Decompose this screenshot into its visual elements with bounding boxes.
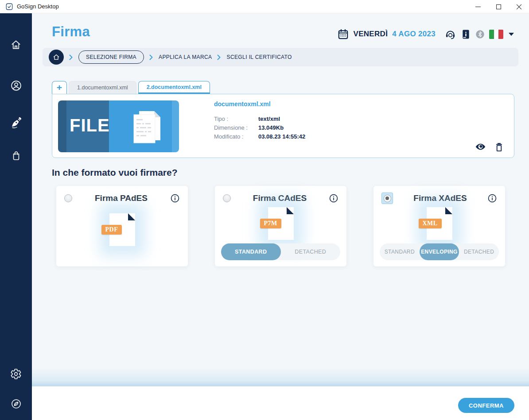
breadcrumb-item-applica-la-marca[interactable]: APPLICA LA MARCA [159, 54, 212, 60]
content-bottom-fade [32, 368, 529, 386]
breadcrumb-item-selezione-firma[interactable]: SELEZIONE FIRMA [78, 50, 144, 64]
header-toolbar: VENERDÌ 4 AGO 2023 [337, 27, 514, 42]
xades-mode-toggle: STANDARD ENVELOPING DETACHED [380, 243, 499, 260]
add-document-tab-button[interactable]: + [52, 81, 67, 94]
sidebar-item-signature[interactable] [5, 112, 27, 133]
format-card-header: Firma PAdES [56, 186, 188, 211]
store-bag-icon [11, 150, 22, 161]
file-thumbnail-label: FILE [70, 116, 110, 135]
minimize-button[interactable] [468, 0, 488, 13]
bluetooth-icon[interactable] [475, 30, 485, 39]
gosign-desktop-window: GoSign Desktop [0, 0, 529, 420]
p7m-badge: P7M [260, 219, 281, 228]
italy-flag-icon [489, 30, 503, 39]
file-field-tipo: Tipo : text/xml [214, 115, 305, 123]
window-title: GoSign Desktop [17, 3, 59, 10]
maximize-icon [496, 4, 501, 9]
info-icon[interactable] [170, 193, 180, 203]
format-card-title: Firma XAdES [393, 193, 487, 203]
account-icon [10, 80, 22, 92]
chevron-right-icon [69, 54, 73, 60]
settings-gear-icon [10, 368, 22, 380]
info-icon[interactable] [487, 193, 497, 203]
pdf-badge: PDF [101, 225, 122, 235]
cades-radio[interactable] [223, 194, 231, 202]
minimize-icon [475, 7, 481, 7]
sidebar-item-eco[interactable] [5, 393, 27, 414]
format-card-pades[interactable]: Firma PAdES PDF [56, 186, 188, 266]
maximize-button[interactable] [488, 0, 509, 13]
info-icon[interactable] [329, 193, 338, 203]
main-content: Firma VENERDÌ 4 AGO 2023 [32, 13, 529, 420]
sidebar-item-account[interactable] [5, 75, 27, 96]
format-card-cades[interactable]: Firma CAdES P7M STANDARD DETACHED [215, 186, 346, 266]
breadcrumb: SELEZIONE FIRMA APPLICA LA MARCA SCEGLI … [43, 48, 518, 66]
format-card-title: Firma CAdES [231, 193, 329, 203]
xades-radio-focus [381, 193, 393, 204]
pdf-document-icon: PDF [109, 213, 135, 246]
xades-option-standard[interactable]: STANDARD [380, 243, 420, 260]
file-info-card: FILE documentoxml.xml [52, 94, 514, 158]
date-value: 4 AGO 2023 [392, 30, 436, 39]
file-name[interactable]: documentoxml.xml [214, 100, 305, 108]
calendar-icon [337, 28, 349, 40]
xml-badge: XML [419, 219, 442, 228]
p7m-document-icon: P7M [268, 207, 294, 240]
cades-option-standard[interactable]: STANDARD [221, 243, 281, 260]
cades-option-detached[interactable]: DETACHED [281, 243, 341, 260]
format-question-heading: In che formato vuoi firmare? [52, 167, 178, 178]
language-selector[interactable] [489, 30, 503, 39]
window-titlebar: GoSign Desktop [0, 0, 529, 13]
confirm-button[interactable]: CONFERMA [458, 398, 514, 413]
format-card-xades[interactable]: Firma XAdES XML STANDARD ENVELOPING DETA… [373, 186, 505, 266]
dropdown-caret-icon[interactable] [509, 33, 514, 36]
document-tabs: + 1.documentoxml.xml 2.documentoxml.xml [52, 81, 210, 94]
home-icon [10, 39, 22, 50]
signature-pen-icon [10, 117, 22, 129]
file-field-modificato: Modificato : 03.08.23 14:55:42 [214, 132, 305, 141]
file-thumbnail: FILE [58, 100, 179, 152]
close-button[interactable] [509, 0, 529, 13]
footer-bar: CONFERMA [32, 386, 529, 420]
file-details: documentoxml.xml Tipo : text/xml Dimensi… [214, 100, 305, 141]
eco-leaf-icon [11, 398, 22, 409]
pades-radio[interactable] [64, 194, 72, 202]
sidebar-nav [0, 13, 32, 420]
manual-info-icon[interactable] [461, 29, 471, 40]
xades-radio[interactable] [384, 195, 391, 202]
file-field-dimensione: Dimensione : 13.049Kb [214, 123, 305, 132]
sidebar-item-home[interactable] [5, 34, 27, 55]
file-actions [475, 141, 504, 152]
home-icon [53, 54, 60, 61]
date-weekday: VENERDÌ [354, 30, 388, 39]
format-card-title: Firma PAdES [72, 193, 170, 203]
cades-mode-toggle: STANDARD DETACHED [221, 243, 340, 260]
close-icon [516, 4, 522, 10]
tab-document-1[interactable]: 1.documentoxml.xml [69, 81, 136, 94]
chevron-right-icon [149, 54, 153, 60]
breadcrumb-item-scegli-il-certificato[interactable]: SCEGLI IL CERTIFICATO [226, 54, 292, 60]
sidebar-item-settings[interactable] [5, 363, 27, 385]
app-check-icon [5, 3, 13, 11]
chevron-right-icon [217, 54, 221, 60]
support-headset-icon[interactable] [444, 28, 456, 40]
xades-option-enveloping[interactable]: ENVELOPING [420, 243, 459, 260]
breadcrumb-home-button[interactable] [49, 50, 64, 65]
page-title: Firma [52, 24, 90, 40]
preview-eye-icon[interactable] [475, 141, 486, 152]
documents-icon [127, 108, 165, 147]
xades-option-detached[interactable]: DETACHED [459, 243, 499, 260]
xml-document-icon: XML [427, 207, 452, 240]
tab-document-2[interactable]: 2.documentoxml.xml [138, 81, 210, 94]
sidebar-item-store[interactable] [5, 145, 27, 166]
delete-trash-icon[interactable] [494, 142, 504, 152]
